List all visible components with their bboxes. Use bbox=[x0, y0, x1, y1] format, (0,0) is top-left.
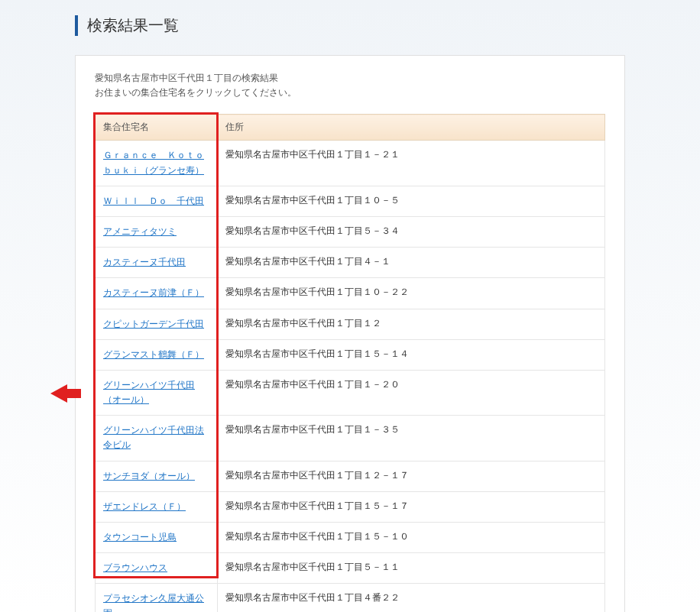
address-cell: 愛知県名古屋市中区千代田１丁目１５－１０ bbox=[218, 523, 605, 553]
pointer-arrow-icon bbox=[50, 384, 81, 403]
table-row: カスティーヌ前津（Ｆ）愛知県名古屋市中区千代田１丁目１０－２２ bbox=[96, 278, 605, 309]
table-row: サンチヨダ（オール）愛知県名古屋市中区千代田１丁目１２－１７ bbox=[96, 461, 605, 491]
building-link[interactable]: Ｗｉｌｌ Ｄｏ 千代田 bbox=[103, 194, 204, 209]
address-cell: 愛知県名古屋市中区千代田１丁目１－２１ bbox=[218, 141, 605, 186]
table-row: ブラウンハウス愛知県名古屋市中区千代田１丁目５－１１ bbox=[96, 553, 605, 584]
address-cell: 愛知県名古屋市中区千代田１丁目１０－２２ bbox=[218, 278, 605, 309]
address-cell: 愛知県名古屋市中区千代田１丁目１－３５ bbox=[218, 416, 605, 461]
table-row: グリーンハイツ千代田（オール）愛知県名古屋市中区千代田１丁目１－２０ bbox=[96, 370, 605, 415]
building-link[interactable]: サンチヨダ（オール） bbox=[103, 469, 195, 484]
building-link[interactable]: プラセシオン久屋大通公園 bbox=[103, 591, 209, 612]
table-row: グランマスト鶴舞（Ｆ）愛知県名古屋市中区千代田１丁目１５－１４ bbox=[96, 339, 605, 370]
building-link[interactable]: タウンコート児島 bbox=[103, 530, 177, 545]
building-link[interactable]: ブラウンハウス bbox=[103, 561, 167, 575]
address-cell: 愛知県名古屋市中区千代田１丁目１０－５ bbox=[218, 186, 605, 216]
table-row: タウンコート児島愛知県名古屋市中区千代田１丁目１５－１０ bbox=[96, 523, 605, 553]
table-row: Ｗｉｌｌ Ｄｏ 千代田愛知県名古屋市中区千代田１丁目１０－５ bbox=[96, 186, 605, 216]
building-link[interactable]: クピットガーデン千代田 bbox=[103, 317, 204, 332]
table-row: ザエンドレス（Ｆ）愛知県名古屋市中区千代田１丁目１５－１７ bbox=[96, 491, 605, 522]
address-cell: 愛知県名古屋市中区千代田１丁目１５－１４ bbox=[218, 339, 605, 370]
svg-marker-0 bbox=[50, 384, 81, 403]
table-header-address: 住所 bbox=[218, 115, 605, 141]
table-row: プラセシオン久屋大通公園愛知県名古屋市中区千代田１丁目４番２２ bbox=[96, 584, 605, 612]
building-link[interactable]: グリーンハイツ千代田法令ビル bbox=[103, 423, 209, 452]
building-link[interactable]: アメニティタツミ bbox=[103, 225, 177, 239]
table-header-name: 集合住宅名 bbox=[96, 115, 218, 141]
intro-line-2: お住まいの集合住宅名をクリックしてください。 bbox=[95, 86, 605, 100]
address-cell: 愛知県名古屋市中区千代田１丁目４－１ bbox=[218, 248, 605, 278]
content-box: 愛知県名古屋市中区千代田１丁目の検索結果 お住まいの集合住宅名をクリックしてくだ… bbox=[75, 55, 625, 612]
results-table: 集合住宅名 住所 Ｇｒａｎｃｅ Ｋｏｔｏｂｕｋｉ（グランセ寿）愛知県名古屋市中区… bbox=[95, 114, 605, 612]
address-cell: 愛知県名古屋市中区千代田１丁目１５－１７ bbox=[218, 491, 605, 522]
building-link[interactable]: カスティーヌ千代田 bbox=[103, 255, 186, 270]
intro-line-1: 愛知県名古屋市中区千代田１丁目の検索結果 bbox=[95, 71, 605, 86]
table-row: クピットガーデン千代田愛知県名古屋市中区千代田１丁目１２ bbox=[96, 309, 605, 339]
table-row: グリーンハイツ千代田法令ビル愛知県名古屋市中区千代田１丁目１－３５ bbox=[96, 416, 605, 461]
building-link[interactable]: Ｇｒａｎｃｅ Ｋｏｔｏｂｕｋｉ（グランセ寿） bbox=[103, 148, 209, 177]
address-cell: 愛知県名古屋市中区千代田１丁目１２ bbox=[218, 309, 605, 339]
table-row: Ｇｒａｎｃｅ Ｋｏｔｏｂｕｋｉ（グランセ寿）愛知県名古屋市中区千代田１丁目１－２… bbox=[96, 141, 605, 186]
building-link[interactable]: カスティーヌ前津（Ｆ） bbox=[103, 286, 204, 300]
page-title: 検索結果一覧 bbox=[75, 15, 625, 36]
address-cell: 愛知県名古屋市中区千代田１丁目１２－１７ bbox=[218, 461, 605, 491]
address-cell: 愛知県名古屋市中区千代田１丁目４番２２ bbox=[218, 584, 605, 612]
building-link[interactable]: グリーンハイツ千代田（オール） bbox=[103, 378, 209, 407]
address-cell: 愛知県名古屋市中区千代田１丁目１－２０ bbox=[218, 370, 605, 415]
building-link[interactable]: ザエンドレス（Ｆ） bbox=[103, 500, 186, 514]
building-link[interactable]: グランマスト鶴舞（Ｆ） bbox=[103, 348, 204, 362]
table-row: アメニティタツミ愛知県名古屋市中区千代田１丁目５－３４ bbox=[96, 216, 605, 247]
table-row: カスティーヌ千代田愛知県名古屋市中区千代田１丁目４－１ bbox=[96, 248, 605, 278]
address-cell: 愛知県名古屋市中区千代田１丁目５－３４ bbox=[218, 216, 605, 247]
address-cell: 愛知県名古屋市中区千代田１丁目５－１１ bbox=[218, 553, 605, 584]
